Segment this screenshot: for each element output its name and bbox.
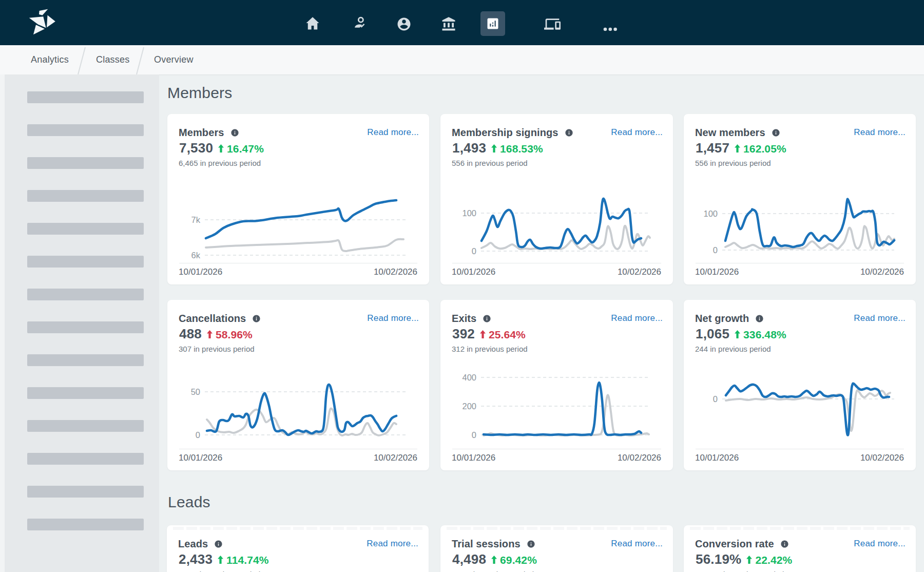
svg-text:0: 0 [196,430,200,440]
svg-text:400: 400 [462,373,476,382]
svg-text:0: 0 [472,246,476,256]
svg-text:200: 200 [462,402,476,411]
svg-text:0: 0 [472,430,476,440]
svg-text:100: 100 [703,209,718,218]
svg-text:100: 100 [462,208,476,218]
svg-text:6k: 6k [191,251,201,260]
svg-text:7k: 7k [191,215,201,224]
svg-text:0: 0 [713,245,718,255]
svg-text:0: 0 [713,394,718,404]
svg-text:50: 50 [191,387,200,396]
